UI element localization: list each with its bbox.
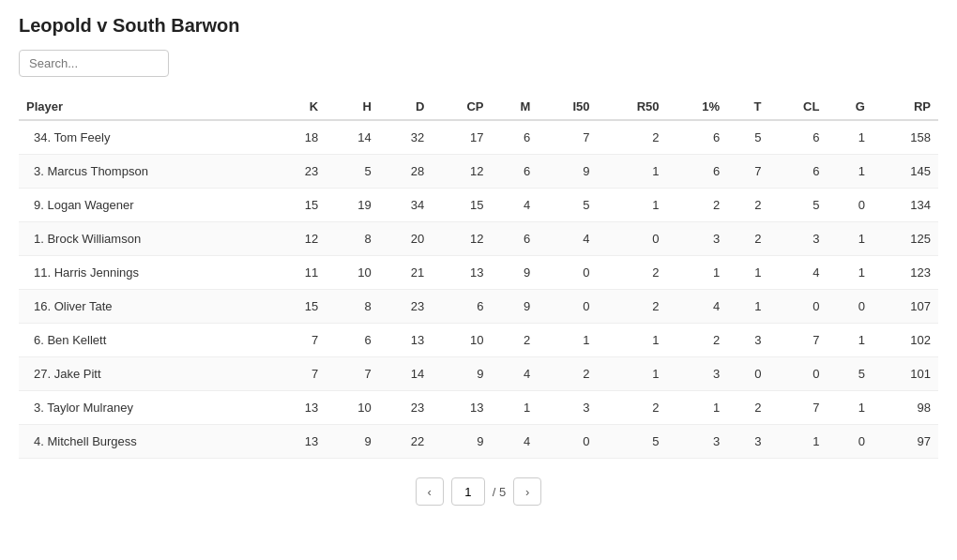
- cell-d: 23: [379, 391, 433, 425]
- cell-player: 27. Jake Pitt: [19, 357, 273, 391]
- cell-m: 9: [492, 256, 539, 290]
- cell-cl: 7: [769, 391, 828, 425]
- cell-i50: 1: [538, 324, 597, 357]
- cell-m: 4: [492, 189, 539, 222]
- cell-h: 10: [326, 391, 379, 425]
- cell-g: 1: [827, 155, 872, 189]
- table-row: 11. Harris Jennings111021139021141123: [19, 256, 938, 290]
- table-row: 34. Tom Feely181432176726561158: [19, 120, 938, 155]
- cell-one_pct: 1: [667, 391, 728, 425]
- col-header-r50: R50: [598, 94, 667, 120]
- cell-r50: 2: [598, 256, 667, 290]
- next-page-button[interactable]: ›: [513, 477, 541, 506]
- cell-t: 2: [727, 189, 768, 222]
- cell-g: 0: [827, 189, 872, 222]
- cell-r50: 0: [598, 222, 667, 256]
- cell-m: 4: [492, 425, 539, 459]
- cell-one_pct: 3: [667, 425, 728, 459]
- cell-i50: 5: [538, 189, 597, 222]
- cell-r50: 2: [598, 391, 667, 425]
- cell-cl: 6: [769, 120, 828, 155]
- cell-k: 13: [273, 391, 327, 425]
- table-row: 3. Marcus Thompson23528126916761145: [19, 155, 938, 189]
- table-row: 16. Oliver Tate1582369024100107: [19, 290, 938, 324]
- prev-page-button[interactable]: ‹: [416, 477, 444, 506]
- cell-t: 5: [727, 120, 768, 155]
- cell-cp: 15: [432, 189, 491, 222]
- cell-t: 2: [727, 222, 768, 256]
- cell-r50: 2: [598, 120, 667, 155]
- cell-h: 6: [326, 324, 379, 357]
- cell-d: 28: [379, 155, 433, 189]
- cell-i50: 7: [538, 120, 597, 155]
- cell-rp: 107: [873, 290, 938, 324]
- col-header-k: K: [273, 94, 327, 120]
- cell-cp: 6: [432, 290, 491, 324]
- cell-cp: 17: [432, 120, 491, 155]
- cell-h: 9: [326, 425, 379, 459]
- cell-d: 22: [379, 425, 433, 459]
- cell-rp: 98: [873, 391, 938, 425]
- cell-one_pct: 6: [667, 120, 728, 155]
- table-row: 4. Mitchell Burgess139229405331097: [19, 425, 938, 459]
- cell-player: 4. Mitchell Burgess: [19, 425, 273, 459]
- cell-i50: 4: [538, 222, 597, 256]
- cell-h: 8: [326, 290, 379, 324]
- cell-g: 0: [827, 425, 872, 459]
- col-header-one_pct: 1%: [667, 94, 728, 120]
- table-row: 6. Ben Kellett7613102112371102: [19, 324, 938, 357]
- cell-cl: 0: [769, 290, 828, 324]
- cell-k: 18: [273, 120, 327, 155]
- cell-d: 14: [379, 357, 433, 391]
- table-row: 1. Brock Williamson12820126403231125: [19, 222, 938, 256]
- cell-t: 3: [727, 425, 768, 459]
- cell-t: 2: [727, 391, 768, 425]
- cell-rp: 158: [873, 120, 938, 155]
- cell-rp: 134: [873, 189, 938, 222]
- search-input[interactable]: [19, 50, 169, 77]
- cell-h: 19: [326, 189, 379, 222]
- cell-d: 13: [379, 324, 433, 357]
- cell-one_pct: 3: [667, 357, 728, 391]
- cell-g: 5: [827, 357, 872, 391]
- col-header-cp: CP: [432, 94, 491, 120]
- cell-m: 6: [492, 120, 539, 155]
- cell-one_pct: 4: [667, 290, 728, 324]
- cell-h: 8: [326, 222, 379, 256]
- col-header-cl: CL: [769, 94, 828, 120]
- cell-h: 7: [326, 357, 379, 391]
- cell-one_pct: 2: [667, 189, 728, 222]
- cell-g: 1: [827, 120, 872, 155]
- cell-d: 23: [379, 290, 433, 324]
- cell-cp: 9: [432, 425, 491, 459]
- cell-cp: 12: [432, 155, 491, 189]
- cell-m: 6: [492, 222, 539, 256]
- cell-cl: 0: [769, 357, 828, 391]
- cell-player: 1. Brock Williamson: [19, 222, 273, 256]
- cell-d: 32: [379, 120, 433, 155]
- col-header-t: T: [727, 94, 768, 120]
- cell-k: 23: [273, 155, 327, 189]
- col-header-rp: RP: [873, 94, 938, 120]
- cell-player: 9. Logan Wagener: [19, 189, 273, 222]
- cell-cl: 3: [769, 222, 828, 256]
- cell-d: 34: [379, 189, 433, 222]
- cell-rp: 102: [873, 324, 938, 357]
- cell-m: 1: [492, 391, 539, 425]
- cell-r50: 5: [598, 425, 667, 459]
- cell-cl: 4: [769, 256, 828, 290]
- cell-one_pct: 3: [667, 222, 728, 256]
- cell-r50: 1: [598, 324, 667, 357]
- stats-table: PlayerKHDCPMI50R501%TCLGRP 34. Tom Feely…: [19, 94, 938, 459]
- cell-one_pct: 6: [667, 155, 728, 189]
- page-input[interactable]: [451, 477, 485, 506]
- cell-k: 11: [273, 256, 327, 290]
- cell-k: 15: [273, 290, 327, 324]
- cell-m: 4: [492, 357, 539, 391]
- cell-cp: 10: [432, 324, 491, 357]
- col-header-g: G: [827, 94, 872, 120]
- cell-k: 15: [273, 189, 327, 222]
- cell-d: 21: [379, 256, 433, 290]
- cell-g: 1: [827, 324, 872, 357]
- cell-i50: 0: [538, 290, 597, 324]
